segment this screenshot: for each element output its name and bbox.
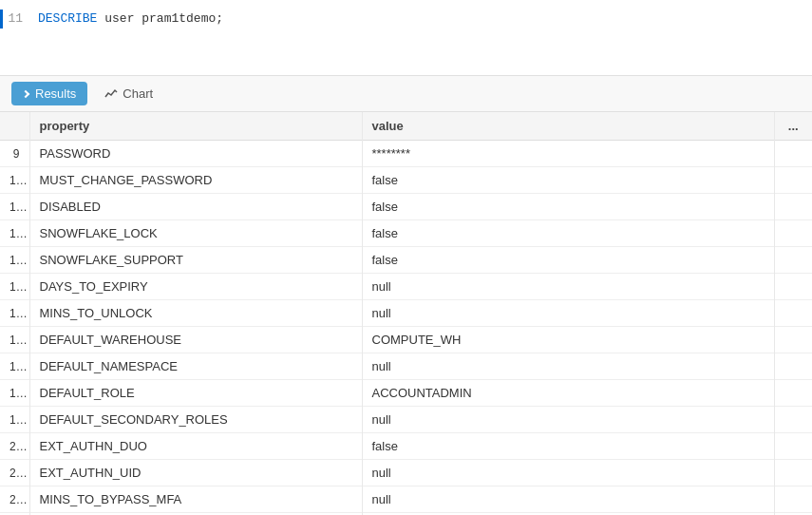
- value-cell: null: [362, 460, 774, 486]
- dots-cell: [774, 141, 812, 167]
- row-num-cell: 11: [0, 194, 29, 220]
- property-cell: EXT_AUTHN_DUO: [29, 433, 362, 460]
- dots-cell: [774, 460, 812, 486]
- row-num-cell: 12: [0, 220, 29, 247]
- property-cell: DEFAULT_ROLE: [29, 380, 362, 407]
- property-cell: MINS_TO_BYPASS_MFA: [29, 486, 362, 513]
- chart-label: Chart: [123, 86, 153, 101]
- table-row[interactable]: 21EXT_AUTHN_UIDnull: [0, 460, 812, 486]
- property-cell: EXT_AUTHN_UID: [29, 460, 362, 486]
- chart-icon: [104, 87, 118, 100]
- row-num-cell: 18: [0, 380, 29, 407]
- value-cell: null: [362, 300, 774, 327]
- value-cell: null: [362, 353, 774, 380]
- row-num-cell: 14: [0, 274, 29, 300]
- table-row[interactable]: 10MUST_CHANGE_PASSWORDfalse: [0, 167, 812, 194]
- value-cell: false: [362, 220, 774, 247]
- dots-cell: [774, 327, 812, 353]
- row-num-cell: 21: [0, 460, 29, 486]
- dots-cell: [774, 247, 812, 274]
- table-row[interactable]: 13SNOWFLAKE_SUPPORTfalse: [0, 247, 812, 274]
- value-cell: ACCOUNTADMIN: [362, 380, 774, 407]
- value-cell: false: [362, 433, 774, 460]
- editor-area: 11 DESCRIBE user pram1tdemo;: [0, 0, 812, 76]
- value-cell: false: [362, 247, 774, 274]
- row-num-cell: 9: [0, 141, 29, 167]
- value-cell: ********: [362, 141, 774, 167]
- row-num-cell: 22: [0, 486, 29, 513]
- chart-button[interactable]: Chart: [95, 82, 162, 105]
- row-num-cell: 20: [0, 433, 29, 460]
- line-number-11: 11: [0, 10, 38, 29]
- property-cell: SNOWFLAKE_LOCK: [29, 220, 362, 247]
- row-num-cell: 19: [0, 407, 29, 433]
- table-row[interactable]: 9PASSWORD********: [0, 141, 812, 167]
- row-num-cell: 15: [0, 300, 29, 327]
- dots-cell: [774, 274, 812, 300]
- table-row[interactable]: 14DAYS_TO_EXPIRYnull: [0, 274, 812, 300]
- value-cell: false: [362, 194, 774, 220]
- value-cell: null: [362, 274, 774, 300]
- col-header-rownum: [0, 112, 29, 141]
- dots-cell: [774, 194, 812, 220]
- results-toolbar: Results Chart: [0, 76, 812, 112]
- table-body: 9PASSWORD********10MUST_CHANGE_PASSWORDf…: [0, 141, 812, 516]
- property-cell: DEFAULT_WAREHOUSE: [29, 327, 362, 353]
- col-header-dots[interactable]: ...: [774, 112, 812, 141]
- col-header-property[interactable]: property: [29, 112, 362, 141]
- arrow-icon: [22, 89, 29, 97]
- table-row[interactable]: 16DEFAULT_WAREHOUSECOMPUTE_WH: [0, 327, 812, 353]
- dots-cell: [774, 353, 812, 380]
- row-num-cell: 16: [0, 327, 29, 353]
- property-cell: PASSWORD: [29, 141, 362, 167]
- col-header-value[interactable]: value: [362, 112, 774, 141]
- table-row[interactable]: 11DISABLEDfalse: [0, 194, 812, 220]
- results-button[interactable]: Results: [11, 82, 87, 105]
- value-cell: COMPUTE_WH: [362, 327, 774, 353]
- property-cell: DEFAULT_NAMESPACE: [29, 353, 362, 380]
- dots-cell: [774, 220, 812, 247]
- table-row[interactable]: 15MINS_TO_UNLOCKnull: [0, 300, 812, 327]
- table-row[interactable]: 22MINS_TO_BYPASS_MFAnull: [0, 486, 812, 513]
- property-cell: MUST_CHANGE_PASSWORD: [29, 167, 362, 194]
- table-row[interactable]: 17DEFAULT_NAMESPACEnull: [0, 353, 812, 380]
- row-num-cell: 17: [0, 353, 29, 380]
- code-line-11: 11 DESCRIBE user pram1tdemo;: [0, 8, 812, 30]
- value-cell: null: [362, 486, 774, 513]
- dots-cell: [774, 433, 812, 460]
- results-table: property value ... 9PASSWORD********10MU…: [0, 112, 812, 515]
- table-row[interactable]: 18DEFAULT_ROLEACCOUNTADMIN: [0, 380, 812, 407]
- property-cell: DAYS_TO_EXPIRY: [29, 274, 362, 300]
- dots-cell: [774, 407, 812, 433]
- table-row[interactable]: 19DEFAULT_SECONDARY_ROLESnull: [0, 407, 812, 433]
- dots-cell: [774, 300, 812, 327]
- dots-cell: [774, 380, 812, 407]
- results-table-container[interactable]: property value ... 9PASSWORD********10MU…: [0, 112, 812, 515]
- property-cell: DISABLED: [29, 194, 362, 220]
- table-row[interactable]: 12SNOWFLAKE_LOCKfalse: [0, 220, 812, 247]
- row-num-cell: 13: [0, 247, 29, 274]
- results-label: Results: [35, 86, 76, 101]
- property-cell: SNOWFLAKE_SUPPORT: [29, 247, 362, 274]
- value-cell: false: [362, 167, 774, 194]
- table-header-row: property value ...: [0, 112, 812, 141]
- main-container: 11 DESCRIBE user pram1tdemo; Results Cha…: [0, 0, 812, 515]
- row-num-cell: 10: [0, 167, 29, 194]
- property-cell: MINS_TO_UNLOCK: [29, 300, 362, 327]
- property-cell: DEFAULT_SECONDARY_ROLES: [29, 407, 362, 433]
- table-row[interactable]: 20EXT_AUTHN_DUOfalse: [0, 433, 812, 460]
- dots-cell: [774, 486, 812, 513]
- code-content-11[interactable]: DESCRIBE user pram1tdemo;: [38, 10, 812, 29]
- value-cell: null: [362, 407, 774, 433]
- dots-cell: [774, 167, 812, 194]
